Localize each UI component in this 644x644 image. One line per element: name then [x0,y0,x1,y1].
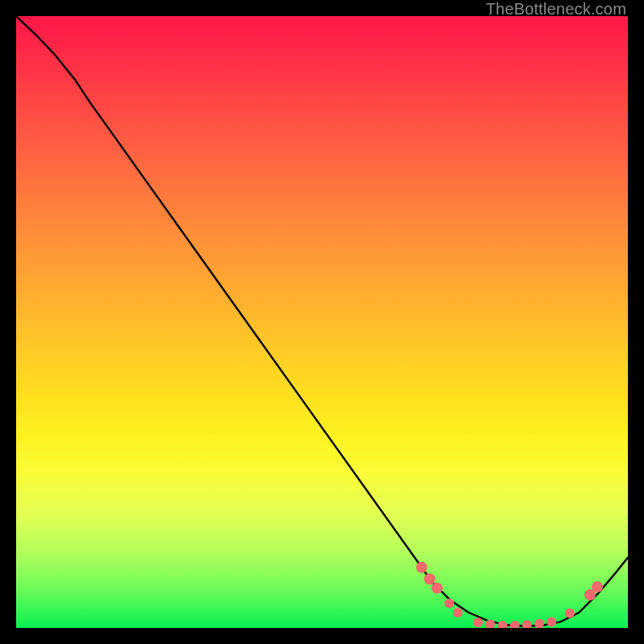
data-marker [416,562,427,573]
chart-svg [16,16,628,628]
data-marker [444,599,454,609]
data-marker [535,619,544,628]
data-marker [592,581,603,592]
chart-stage: TheBottleneck.com [0,0,644,644]
chart-plot-area [16,16,628,628]
data-marker [424,573,436,584]
data-marker [453,608,463,617]
data-marker [473,617,483,627]
data-marker [497,621,507,628]
data-marker [510,621,519,628]
data-marker [547,617,556,626]
data-marker [431,583,443,594]
data-marker [522,620,532,628]
watermark-text: TheBottleneck.com [485,0,626,19]
bottleneck-curve [16,16,628,626]
data-marker [565,609,575,618]
